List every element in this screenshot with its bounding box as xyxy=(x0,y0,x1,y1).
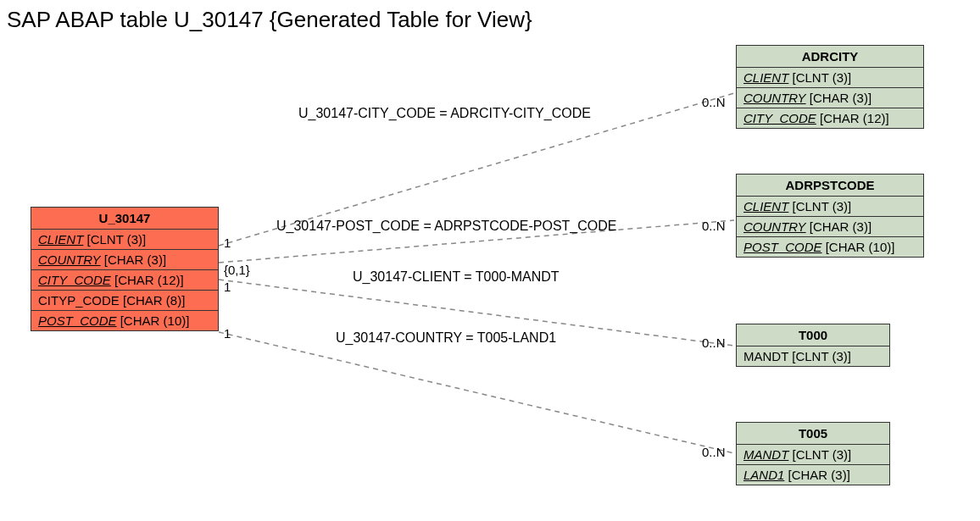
table-adrcity: ADRCITY CLIENT [CLNT (3)] COUNTRY [CHAR … xyxy=(736,45,924,129)
cardinality-left: 1 xyxy=(224,326,231,341)
field-row: LAND1 [CHAR (3)] xyxy=(737,465,889,485)
relation-label: U_30147-COUNTRY = T005-LAND1 xyxy=(336,330,556,346)
relation-label: U_30147-CLIENT = T000-MANDT xyxy=(353,269,560,285)
table-t005: T005 MANDT [CLNT (3)] LAND1 [CHAR (3)] xyxy=(736,422,890,485)
cardinality-left: 1 xyxy=(224,280,231,294)
svg-line-3 xyxy=(219,332,734,453)
relation-label: U_30147-CITY_CODE = ADRCITY-CITY_CODE xyxy=(298,106,591,121)
field-row: POST_CODE [CHAR (10)] xyxy=(737,237,923,257)
relation-label: U_30147-POST_CODE = ADRPSTCODE-POST_CODE xyxy=(276,219,616,234)
cardinality-right: 0..N xyxy=(702,95,726,109)
table-header: T005 xyxy=(737,423,889,445)
page-title: SAP ABAP table U_30147 {Generated Table … xyxy=(7,7,532,33)
cardinality-left: 1 xyxy=(224,236,231,250)
field-row: CLIENT [CLNT (3)] xyxy=(737,68,923,88)
cardinality-left: {0,1} xyxy=(224,263,250,277)
table-adrpstcode: ADRPSTCODE CLIENT [CLNT (3)] COUNTRY [CH… xyxy=(736,174,924,258)
field-row: CITYP_CODE [CHAR (8)] xyxy=(31,291,218,311)
field-row: CLIENT [CLNT (3)] xyxy=(737,197,923,217)
field-row: POST_CODE [CHAR (10)] xyxy=(31,311,218,330)
field-row: CITY_CODE [CHAR (12)] xyxy=(737,108,923,128)
field-row: COUNTRY [CHAR (3)] xyxy=(31,250,218,270)
table-header: U_30147 xyxy=(31,208,218,230)
table-t000: T000 MANDT [CLNT (3)] xyxy=(736,324,890,367)
field-row: CLIENT [CLNT (3)] xyxy=(31,230,218,250)
field-row: COUNTRY [CHAR (3)] xyxy=(737,88,923,108)
cardinality-right: 0..N xyxy=(702,335,726,350)
field-row: CITY_CODE [CHAR (12)] xyxy=(31,270,218,291)
cardinality-right: 0..N xyxy=(702,445,726,459)
field-row: COUNTRY [CHAR (3)] xyxy=(737,217,923,237)
field-row: MANDT [CLNT (3)] xyxy=(737,346,889,366)
table-header: ADRCITY xyxy=(737,46,923,68)
field-row: MANDT [CLNT (3)] xyxy=(737,445,889,465)
table-header: ADRPSTCODE xyxy=(737,175,923,197)
table-header: T000 xyxy=(737,324,889,346)
cardinality-right: 0..N xyxy=(702,219,726,233)
table-u30147: U_30147 CLIENT [CLNT (3)] COUNTRY [CHAR … xyxy=(31,207,219,331)
